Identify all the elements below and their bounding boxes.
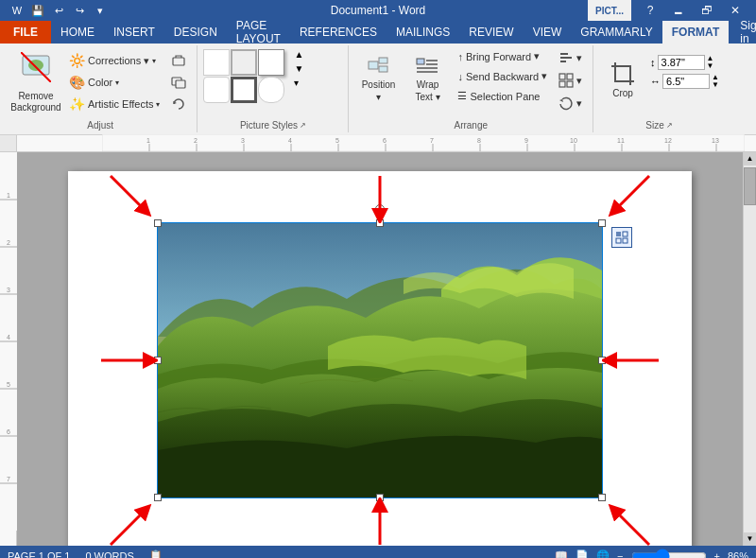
customize-btn[interactable]: ▾ (91, 1, 110, 20)
svg-text:5: 5 (335, 137, 339, 144)
rotation-handle[interactable] (375, 204, 385, 214)
maximize-btn[interactable]: 🗗 (694, 0, 720, 21)
word-icon: W (8, 1, 26, 20)
redo-btn[interactable]: ↪ (70, 1, 89, 20)
horizontal-ruler: // ruler marks will be drawn in the temp… (0, 135, 756, 152)
width-input[interactable] (662, 74, 710, 89)
design-menu[interactable]: DESIGN (164, 21, 227, 44)
svg-rect-15 (560, 57, 572, 59)
artistic-icon: ✨ (69, 96, 85, 112)
scroll-thumb[interactable] (744, 167, 756, 205)
width-down[interactable]: ▼ (712, 81, 719, 89)
arrow-top-right (607, 171, 654, 218)
scroll-track[interactable] (744, 166, 756, 532)
svg-text:6: 6 (383, 137, 387, 144)
picture-styles-expand[interactable]: ↗ (300, 121, 306, 130)
handle-middle-left[interactable] (154, 357, 162, 364)
vertical-scrollbar[interactable]: ▲ ▼ (743, 152, 756, 546)
handle-middle-right[interactable] (598, 357, 606, 364)
references-menu[interactable]: REFERENCES (290, 21, 387, 44)
web-layout-icon[interactable]: 🌐 (596, 549, 610, 558)
grammarly-menu[interactable]: GRAMMARLY (571, 21, 662, 44)
view-menu[interactable]: VIEW (524, 21, 572, 44)
svg-text:1: 1 (146, 137, 150, 144)
save-btn[interactable]: 💾 (28, 1, 47, 20)
undo-btn[interactable]: ↩ (49, 1, 68, 20)
align-button[interactable]: ▾ (554, 47, 587, 68)
read-mode-icon[interactable]: 📖 (555, 549, 568, 558)
bring-forward-button[interactable]: ↑ Bring Forward ▾ (453, 47, 552, 65)
pict-tab-title: PICT... (588, 0, 631, 21)
style-thumb-1[interactable] (203, 49, 230, 76)
picture-styles-label: Picture Styles ↗ (203, 118, 342, 132)
corrections-button[interactable]: 🔆 Corrections ▾ ▾ (64, 50, 164, 71)
style-scroll-up[interactable]: ▲ (292, 47, 305, 61)
print-layout-icon[interactable]: 📄 (576, 549, 589, 558)
home-menu[interactable]: HOME (51, 21, 104, 44)
selection-pane-icon: ☰ (457, 90, 467, 102)
handle-top-right[interactable] (598, 219, 606, 227)
handle-top-left[interactable] (154, 219, 162, 227)
wrap-text-button[interactable]: Wrap Text ▾ (404, 47, 451, 112)
page-layout-menu[interactable]: PAGE LAYOUT (227, 21, 290, 44)
group-button[interactable]: ▾ (554, 70, 587, 91)
status-bar: PAGE 1 OF 1 0 WORDS 📋 📖 📄 🌐 − + 86% (0, 546, 756, 558)
bring-forward-icon: ↑ (457, 51, 463, 62)
zoom-slider[interactable] (631, 549, 707, 558)
position-button[interactable]: Position ▾ (354, 47, 402, 112)
style-scroll-down[interactable]: ▼ (292, 61, 305, 76)
zoom-out-btn[interactable]: − (617, 550, 623, 558)
artistic-effects-button[interactable]: ✨ Artistic Effects ▾ (64, 94, 164, 114)
zoom-in-btn[interactable]: + (714, 550, 720, 558)
send-backward-button[interactable]: ↓ Send Backward ▾ (453, 67, 552, 85)
review-menu[interactable]: REVIEW (459, 21, 523, 44)
selection-pane-button[interactable]: ☰ Selection Pane (453, 87, 552, 105)
remove-bg-icon (21, 52, 51, 91)
style-thumb-5[interactable] (231, 77, 257, 103)
style-thumb-4[interactable] (203, 77, 230, 103)
insert-menu[interactable]: INSERT (104, 21, 164, 44)
remove-background-button[interactable]: RemoveBackground (9, 47, 62, 118)
style-thumb-6[interactable] (258, 77, 284, 103)
width-spinners: ▲ ▼ (712, 74, 719, 89)
handle-top-center[interactable] (376, 219, 384, 227)
style-thumb-3[interactable] (258, 49, 284, 76)
style-thumb-2[interactable] (231, 49, 257, 76)
file-menu[interactable]: FILE (0, 21, 51, 44)
width-control: ↔ ▲ ▼ (650, 74, 719, 89)
adjust-col: 🔆 Corrections ▾ ▾ 🎨 Color ▾ ✨ Artistic E… (64, 50, 164, 114)
handle-bottom-left[interactable] (154, 494, 162, 501)
rotate-button[interactable]: ▾ (554, 93, 587, 113)
image-container[interactable] (158, 223, 602, 497)
svg-rect-67 (616, 238, 621, 243)
handle-bottom-right[interactable] (598, 494, 606, 501)
svg-text:3: 3 (241, 137, 245, 144)
arrange-label: Arrange (354, 118, 587, 132)
mailings-menu[interactable]: MAILINGS (387, 21, 459, 44)
handle-bottom-center[interactable] (376, 494, 384, 501)
height-icon: ↕ (650, 57, 656, 68)
size-buttons: Crop ↕ ▲ ▼ ↔ ▲ ▼ (599, 47, 719, 118)
layout-options-button[interactable] (611, 227, 632, 248)
compress-button[interactable] (166, 50, 191, 71)
scroll-up-button[interactable]: ▲ (744, 152, 756, 166)
format-menu[interactable]: FORMAT (662, 21, 729, 44)
close-btn[interactable]: ✕ (722, 0, 748, 21)
height-input[interactable] (658, 55, 705, 70)
svg-rect-7 (379, 58, 387, 63)
change-picture-button[interactable] (166, 72, 191, 93)
window-controls: PICT... ? 🗕 🗗 ✕ (588, 0, 748, 21)
crop-button[interactable]: Crop (599, 47, 646, 112)
help-btn[interactable]: ? (637, 0, 663, 21)
color-button[interactable]: 🎨 Color ▾ (64, 72, 164, 93)
sign-in-btn[interactable]: Sign in (729, 19, 756, 45)
reset-picture-button[interactable] (166, 94, 191, 114)
style-more[interactable]: ▾ (292, 76, 305, 90)
size-expand[interactable]: ↗ (666, 121, 673, 130)
height-down[interactable]: ▼ (707, 62, 714, 70)
adjust-label: Adjust (9, 118, 191, 132)
svg-text:2: 2 (194, 137, 198, 144)
minimize-btn[interactable]: 🗕 (665, 0, 692, 21)
scroll-down-button[interactable]: ▼ (744, 532, 756, 546)
arrange-col1: Position ▾ (354, 47, 402, 112)
